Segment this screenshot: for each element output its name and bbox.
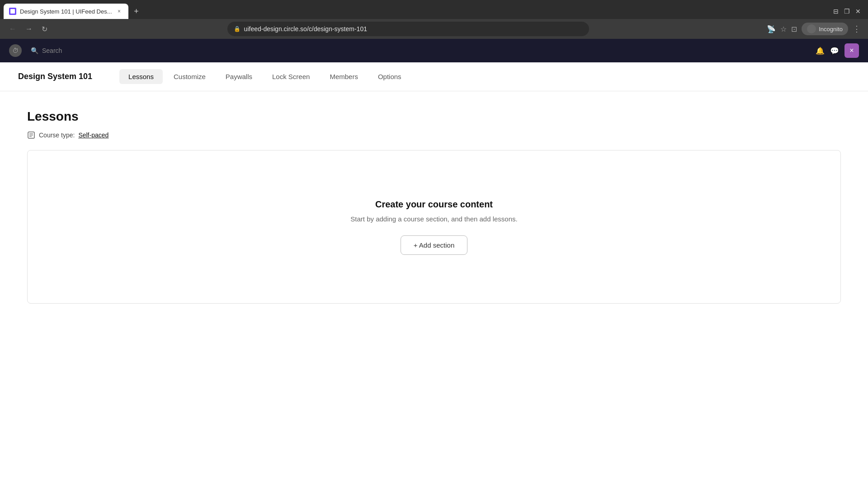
course-type-link[interactable]: Self-paced bbox=[78, 131, 108, 139]
incognito-button[interactable]: Incognito bbox=[802, 23, 848, 35]
bell-icon[interactable]: 🔔 bbox=[816, 47, 825, 55]
back-button[interactable]: ← bbox=[7, 23, 18, 35]
course-type-icon bbox=[27, 131, 35, 139]
close-window-button[interactable]: ✕ bbox=[855, 8, 861, 15]
app-header: ⏱ 🔍 Search 🔔 💬 × bbox=[0, 39, 868, 62]
tab-bar: Design System 101 | UIFeed Des... × + ⊟ … bbox=[0, 0, 868, 19]
empty-state-title: Create your course content bbox=[375, 199, 493, 210]
app-logo[interactable]: ⏱ bbox=[9, 44, 22, 57]
nav-tabs: Lessons Customize Paywalls Lock Screen M… bbox=[119, 69, 410, 84]
toolbar-right: 📡 ☆ ⊡ Incognito ⋮ bbox=[767, 23, 861, 35]
url-domain: uifeed-design.circle.so bbox=[244, 25, 307, 33]
more-options-button[interactable]: ⋮ bbox=[853, 24, 861, 34]
incognito-avatar bbox=[807, 24, 816, 33]
tab-options[interactable]: Options bbox=[369, 69, 410, 84]
url-path: /c/design-system-101 bbox=[307, 25, 367, 33]
main-area: Lessons Course type: Self-paced Create y… bbox=[0, 91, 868, 322]
address-bar: ← → ↻ 🔒 uifeed-design.circle.so/c/design… bbox=[0, 19, 868, 39]
search-icon: 🔍 bbox=[31, 47, 38, 54]
url-bar[interactable]: 🔒 uifeed-design.circle.so/c/design-syste… bbox=[227, 22, 589, 36]
forward-button[interactable]: → bbox=[24, 23, 34, 35]
close-icon: × bbox=[849, 47, 854, 55]
page-content: Design System 101 Lessons Customize Payw… bbox=[0, 62, 868, 488]
add-section-label: + Add section bbox=[414, 241, 454, 249]
course-header: Design System 101 Lessons Customize Payw… bbox=[0, 62, 868, 91]
tab-members[interactable]: Members bbox=[321, 69, 367, 84]
empty-state-description: Start by adding a course section, and th… bbox=[350, 215, 517, 223]
tab-paywalls[interactable]: Paywalls bbox=[217, 69, 261, 84]
bookmark-icon[interactable]: ☆ bbox=[780, 25, 787, 33]
logo-icon: ⏱ bbox=[12, 47, 19, 54]
reload-button[interactable]: ↻ bbox=[40, 23, 49, 35]
close-app-button[interactable]: × bbox=[844, 43, 859, 58]
tab-customize[interactable]: Customize bbox=[165, 69, 215, 84]
tab-title: Design System 101 | UIFeed Des... bbox=[20, 8, 112, 15]
browser-chrome: Design System 101 | UIFeed Des... × + ⊟ … bbox=[0, 0, 868, 39]
chat-icon[interactable]: 💬 bbox=[830, 47, 839, 55]
content-box: Create your course content Start by addi… bbox=[27, 150, 841, 304]
incognito-label: Incognito bbox=[819, 26, 843, 33]
tab-lessons[interactable]: Lessons bbox=[119, 69, 163, 84]
minimize-button[interactable]: ⊟ bbox=[833, 8, 839, 15]
cast-icon[interactable]: 📡 bbox=[767, 25, 776, 33]
tab-close-button[interactable]: × bbox=[116, 8, 123, 15]
active-tab[interactable]: Design System 101 | UIFeed Des... × bbox=[4, 4, 128, 19]
search-bar[interactable]: 🔍 Search bbox=[31, 47, 62, 54]
new-tab-button[interactable]: + bbox=[130, 5, 143, 18]
course-type-row: Course type: Self-paced bbox=[27, 131, 841, 139]
lock-icon: 🔒 bbox=[234, 26, 241, 32]
page-title: Lessons bbox=[27, 109, 841, 124]
header-icons: 🔔 💬 × bbox=[816, 43, 859, 58]
window-controls: ⊟ ❐ ✕ bbox=[833, 8, 868, 15]
tab-favicon bbox=[9, 8, 16, 15]
tab-lock-screen[interactable]: Lock Screen bbox=[263, 69, 319, 84]
course-title: Design System 101 bbox=[18, 72, 92, 81]
course-type-label: Course type: bbox=[39, 131, 75, 139]
search-label: Search bbox=[42, 47, 62, 54]
url-text: uifeed-design.circle.so/c/design-system-… bbox=[244, 25, 367, 33]
maximize-button[interactable]: ❐ bbox=[844, 8, 850, 15]
tab-search-icon[interactable]: ⊡ bbox=[791, 25, 797, 33]
add-section-button[interactable]: + Add section bbox=[401, 235, 467, 255]
